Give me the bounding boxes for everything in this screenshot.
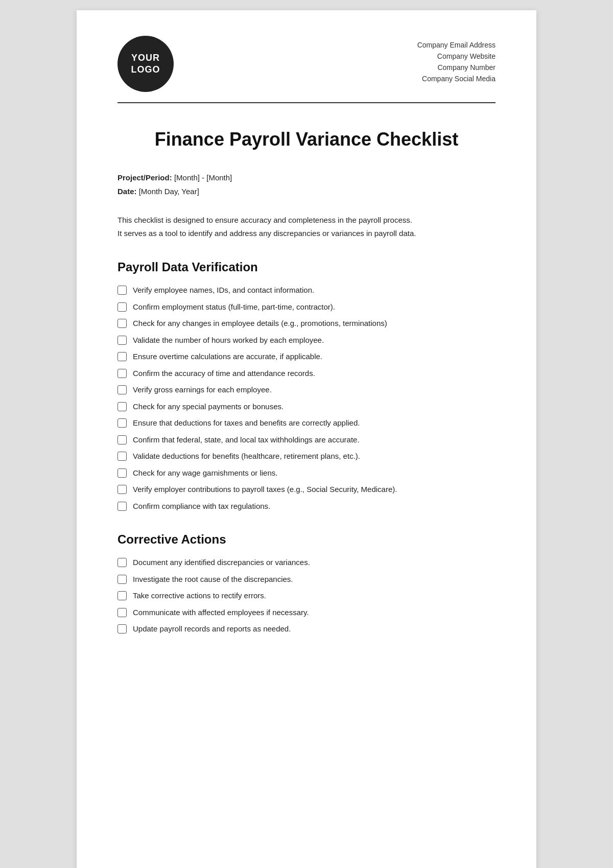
list-item: Ensure that deductions for taxes and ben…: [117, 417, 496, 429]
company-logo: YOUR LOGO: [117, 36, 174, 92]
list-item: Document any identified discrepancies or…: [117, 557, 496, 569]
list-item: Confirm that federal, state, and local t…: [117, 434, 496, 446]
list-item: Verify employer contributions to payroll…: [117, 484, 496, 496]
list-item: Update payroll records and reports as ne…: [117, 623, 496, 635]
company-email: Company Email Address: [417, 41, 496, 49]
list-item-text: Check for any special payments or bonuse…: [133, 401, 284, 413]
checkbox-icon[interactable]: [117, 286, 127, 295]
checkbox-icon[interactable]: [117, 485, 127, 494]
checkbox-icon[interactable]: [117, 608, 127, 617]
list-item: Ensure overtime calculations are accurat…: [117, 351, 496, 363]
date-value: [Month Day, Year]: [139, 187, 199, 196]
section-0: Payroll Data VerificationVerify employee…: [117, 260, 496, 512]
checklist-1: Document any identified discrepancies or…: [117, 557, 496, 635]
list-item: Validate the number of hours worked by e…: [117, 335, 496, 346]
checkbox-icon[interactable]: [117, 402, 127, 411]
document-title: Finance Payroll Variance Checklist: [117, 129, 496, 150]
checkbox-icon[interactable]: [117, 502, 127, 511]
logo-line2: LOGO: [131, 64, 160, 76]
document-description: This checklist is designed to ensure acc…: [117, 214, 496, 240]
section-1: Corrective ActionsDocument any identifie…: [117, 532, 496, 635]
list-item-text: Confirm compliance with tax regulations.: [133, 501, 270, 512]
description-line2: It serves as a tool to identify and addr…: [117, 227, 496, 240]
list-item: Check for any wage garnishments or liens…: [117, 467, 496, 479]
checkbox-icon[interactable]: [117, 385, 127, 394]
list-item: Verify employee names, IDs, and contact …: [117, 285, 496, 296]
list-item-text: Validate deductions for benefits (health…: [133, 451, 360, 462]
checkbox-icon[interactable]: [117, 336, 127, 345]
list-item-text: Communicate with affected employees if n…: [133, 607, 309, 619]
company-number: Company Number: [417, 63, 496, 72]
meta-info: Project/Period: [Month] - [Month] Date: …: [117, 171, 496, 198]
list-item: Verify gross earnings for each employee.: [117, 384, 496, 396]
checkbox-icon[interactable]: [117, 624, 127, 634]
checkbox-icon[interactable]: [117, 435, 127, 444]
list-item: Check for any changes in employee detail…: [117, 318, 496, 330]
list-item-text: Confirm the accuracy of time and attenda…: [133, 368, 315, 380]
checkbox-icon[interactable]: [117, 575, 127, 584]
list-item-text: Verify gross earnings for each employee.: [133, 384, 272, 396]
list-item-text: Update payroll records and reports as ne…: [133, 623, 291, 635]
list-item-text: Investigate the root cause of the discre…: [133, 574, 293, 585]
logo-line1: YOUR: [131, 52, 160, 64]
checkbox-icon[interactable]: [117, 452, 127, 461]
checkbox-icon[interactable]: [117, 418, 127, 428]
header: YOUR LOGO Company Email Address Company …: [117, 36, 496, 103]
sections-container: Payroll Data VerificationVerify employee…: [117, 260, 496, 635]
checkbox-icon[interactable]: [117, 319, 127, 328]
list-item-text: Confirm that federal, state, and local t…: [133, 434, 360, 446]
checkbox-icon[interactable]: [117, 468, 127, 478]
section-title-0: Payroll Data Verification: [117, 260, 496, 274]
document-page: YOUR LOGO Company Email Address Company …: [77, 10, 536, 868]
description-line1: This checklist is designed to ensure acc…: [117, 214, 496, 227]
list-item-text: Verify employee names, IDs, and contact …: [133, 285, 314, 296]
checkbox-icon[interactable]: [117, 352, 127, 361]
date-line: Date: [Month Day, Year]: [117, 184, 496, 198]
list-item-text: Check for any changes in employee detail…: [133, 318, 387, 330]
checkbox-icon[interactable]: [117, 369, 127, 378]
list-item: Investigate the root cause of the discre…: [117, 574, 496, 585]
project-period: Project/Period: [Month] - [Month]: [117, 171, 496, 184]
project-value: [Month] - [Month]: [174, 173, 232, 182]
list-item: Take corrective actions to rectify error…: [117, 590, 496, 602]
checklist-0: Verify employee names, IDs, and contact …: [117, 285, 496, 512]
list-item-text: Ensure that deductions for taxes and ben…: [133, 417, 360, 429]
company-social: Company Social Media: [417, 75, 496, 83]
list-item-text: Validate the number of hours worked by e…: [133, 335, 324, 346]
list-item-text: Take corrective actions to rectify error…: [133, 590, 266, 602]
list-item-text: Ensure overtime calculations are accurat…: [133, 351, 322, 363]
list-item-text: Confirm employment status (full-time, pa…: [133, 301, 335, 313]
list-item: Confirm employment status (full-time, pa…: [117, 301, 496, 313]
date-label: Date:: [117, 187, 137, 196]
list-item: Validate deductions for benefits (health…: [117, 451, 496, 462]
project-label: Project/Period:: [117, 173, 172, 182]
checkbox-icon[interactable]: [117, 591, 127, 600]
checkbox-icon[interactable]: [117, 558, 127, 567]
company-info: Company Email Address Company Website Co…: [417, 36, 496, 83]
list-item: Communicate with affected employees if n…: [117, 607, 496, 619]
list-item: Confirm the accuracy of time and attenda…: [117, 368, 496, 380]
list-item-text: Check for any wage garnishments or liens…: [133, 467, 277, 479]
section-title-1: Corrective Actions: [117, 532, 496, 547]
company-website: Company Website: [417, 52, 496, 60]
list-item-text: Document any identified discrepancies or…: [133, 557, 310, 569]
list-item-text: Verify employer contributions to payroll…: [133, 484, 397, 496]
list-item: Check for any special payments or bonuse…: [117, 401, 496, 413]
list-item: Confirm compliance with tax regulations.: [117, 501, 496, 512]
checkbox-icon[interactable]: [117, 302, 127, 312]
